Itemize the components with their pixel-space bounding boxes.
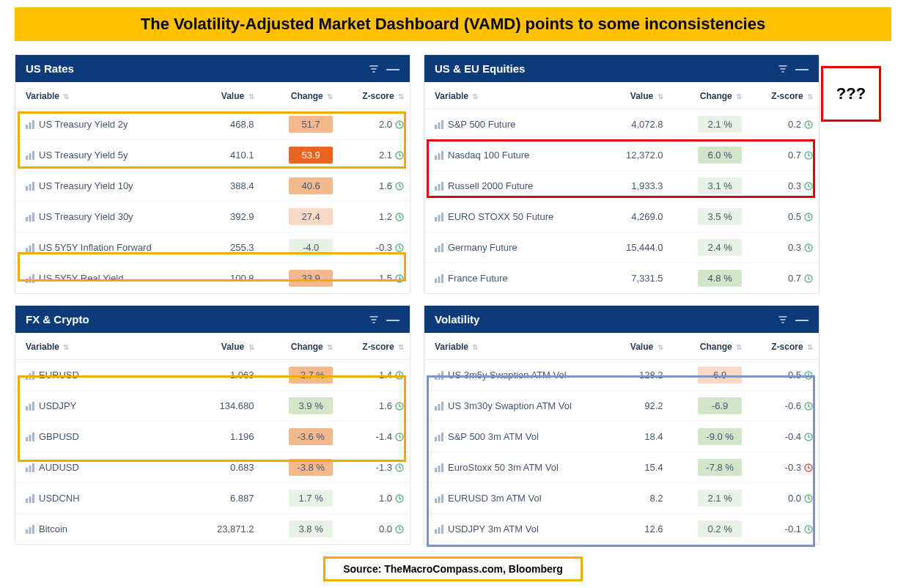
svg-rect-25 [438, 122, 441, 129]
sort-icon[interactable]: ⇅ [472, 343, 478, 351]
variable-name[interactable]: AUDUSD [39, 462, 79, 473]
svg-rect-90 [441, 494, 443, 503]
collapse-icon[interactable]: — [386, 65, 399, 73]
change-cell: 4.8 % [698, 270, 742, 287]
bar-chart-icon [435, 213, 443, 221]
variable-name[interactable]: GBPUSD [39, 431, 79, 442]
sort-icon[interactable]: ⇅ [398, 343, 404, 351]
svg-rect-22 [32, 274, 34, 283]
sort-icon[interactable]: ⇅ [398, 92, 404, 100]
change-cell: 6.9 [698, 367, 742, 383]
table-row: US 5Y5Y Inflation Forward255.3-4.0-0.3 [15, 232, 410, 263]
col-variable[interactable]: Variable ⇅ [424, 82, 598, 109]
table-row: USDJPY 3m ATM Vol12.60.2 %-0.1 [424, 514, 819, 545]
col-change[interactable]: Change ⇅ [669, 333, 748, 360]
variable-name[interactable]: S&P 500 3m ATM Vol [448, 431, 539, 442]
variable-name[interactable]: EURO STOXX 50 Future [448, 211, 553, 222]
sort-icon[interactable]: ⇅ [736, 343, 742, 351]
svg-rect-34 [441, 182, 443, 191]
col-value[interactable]: Value ⇅ [598, 333, 669, 360]
variable-name[interactable]: US Treasury Yield 10y [39, 180, 133, 191]
variable-name[interactable]: Russell 2000 Future [448, 180, 533, 191]
panel-header: US Rates— [15, 55, 410, 82]
svg-rect-40 [435, 248, 437, 252]
col-zscore[interactable]: Z-score ⇅ [339, 333, 410, 360]
table-row: Bitcoin23,871.23.8 %0.0 [15, 514, 410, 545]
bar-chart-icon [435, 151, 443, 160]
variable-name[interactable]: USDJPY [39, 400, 76, 411]
change-cell: -2.7 % [289, 367, 333, 383]
bar-chart-icon [26, 151, 34, 160]
variable-name[interactable]: Nasdaq 100 Future [448, 150, 529, 161]
filter-icon[interactable] [778, 64, 788, 74]
svg-rect-20 [26, 279, 28, 283]
collapse-icon[interactable]: — [386, 316, 399, 323]
variable-name[interactable]: S&P 500 Future [448, 119, 515, 130]
col-variable[interactable]: Variable ⇅ [15, 82, 189, 109]
svg-rect-12 [26, 217, 28, 221]
sort-icon[interactable]: ⇅ [807, 92, 813, 100]
sort-icon[interactable]: ⇅ [327, 343, 333, 351]
variable-name[interactable]: US Treasury Yield 2y [39, 119, 128, 130]
col-zscore[interactable]: Z-score ⇅ [339, 82, 410, 109]
sort-icon[interactable]: ⇅ [807, 343, 813, 351]
svg-rect-1 [29, 122, 32, 129]
filter-icon[interactable] [369, 315, 379, 325]
table-row: Germany Future15,444.02.4 %0.3 [424, 232, 819, 263]
col-zscore[interactable]: Z-score ⇅ [748, 333, 819, 360]
variable-name[interactable]: US Treasury Yield 30y [39, 211, 133, 222]
col-value[interactable]: Value ⇅ [598, 82, 669, 109]
change-cell: -4.0 [289, 239, 333, 256]
variable-name[interactable]: US 5Y5Y Real Yield [39, 273, 123, 284]
variable-name[interactable]: EuroStoxx 50 3m ATM Vol [448, 462, 559, 473]
change-cell: -3.8 % [289, 459, 333, 476]
sort-icon[interactable]: ⇅ [248, 92, 254, 100]
svg-rect-70 [32, 525, 34, 534]
variable-name[interactable]: Germany Future [448, 242, 518, 253]
value-cell: 4,269.0 [631, 211, 663, 222]
variable-name[interactable]: EURUSD 3m ATM Vol [448, 493, 542, 504]
sort-icon[interactable]: ⇅ [472, 92, 478, 100]
col-change[interactable]: Change ⇅ [260, 82, 339, 109]
variable-name[interactable]: France Future [448, 273, 508, 284]
col-variable[interactable]: Variable ⇅ [15, 333, 189, 360]
col-value[interactable]: Value ⇅ [189, 333, 260, 360]
collapse-icon[interactable]: — [795, 316, 809, 323]
svg-rect-41 [438, 246, 441, 252]
bar-chart-icon [435, 494, 443, 503]
svg-rect-46 [441, 274, 443, 283]
sort-icon[interactable]: ⇅ [736, 92, 742, 100]
bar-chart-icon [26, 494, 34, 503]
col-value[interactable]: Value ⇅ [189, 82, 260, 109]
sort-icon[interactable]: ⇅ [63, 92, 69, 100]
sort-icon[interactable]: ⇅ [658, 92, 663, 100]
change-cell: -6.9 [698, 397, 742, 414]
bar-chart-icon [26, 213, 34, 221]
sort-icon[interactable]: ⇅ [658, 343, 663, 351]
variable-name[interactable]: USDJPY 3m ATM Vol [448, 523, 539, 534]
variable-name[interactable]: US 3m30y Swaption ATM Vol [448, 400, 572, 411]
filter-icon[interactable] [369, 64, 379, 74]
collapse-icon[interactable]: — [795, 65, 809, 73]
variable-name[interactable]: USDCNH [39, 493, 80, 504]
col-change[interactable]: Change ⇅ [260, 333, 339, 360]
svg-rect-88 [435, 499, 437, 503]
sort-icon[interactable]: ⇅ [248, 343, 254, 351]
filter-icon[interactable] [778, 315, 788, 325]
panel-us-eu-equities: US & EU Equities—Variable ⇅Value ⇅Change… [424, 54, 820, 294]
col-zscore[interactable]: Z-score ⇅ [748, 82, 819, 109]
bar-chart-icon [26, 463, 34, 472]
col-variable[interactable]: Variable ⇅ [424, 333, 598, 360]
variable-name[interactable]: EURUSD [39, 370, 79, 381]
variable-name[interactable]: US Treasury Yield 5y [39, 150, 128, 161]
change-cell: 2.1 % [698, 116, 742, 133]
panel-header: FX & Crypto— [15, 306, 410, 333]
col-change[interactable]: Change ⇅ [669, 82, 748, 109]
variable-name[interactable]: Bitcoin [39, 523, 67, 534]
sort-icon[interactable]: ⇅ [327, 92, 333, 100]
clock-icon [395, 433, 404, 441]
change-cell: 3.5 % [698, 208, 742, 225]
variable-name[interactable]: US 5Y5Y Inflation Forward [39, 242, 152, 253]
sort-icon[interactable]: ⇅ [63, 343, 69, 351]
variable-name[interactable]: US 3m5y Swaption ATM Vol [448, 370, 567, 381]
